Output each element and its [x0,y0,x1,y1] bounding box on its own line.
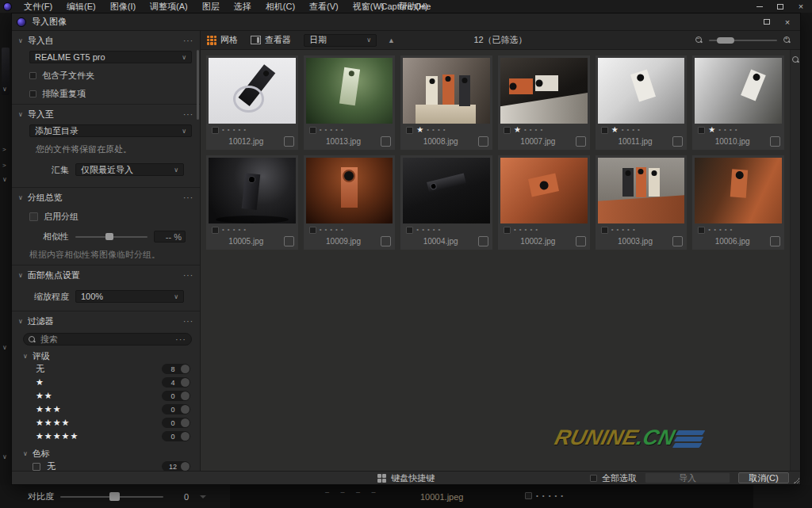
thumbnail-rating-row[interactable]: ★•••• [695,126,782,136]
rating-count-badge[interactable]: 4 [162,377,190,388]
rating-dot[interactable]: • [514,227,516,233]
color-tag-count-badge[interactable]: 12 [162,461,190,471]
rating-filter-row[interactable]: ★4 [12,376,200,389]
rating-dot[interactable]: • [438,127,440,133]
rating-filter-row[interactable]: ★★★★0 [12,416,200,430]
star-icon[interactable]: ★ [708,126,715,134]
rating-dot[interactable]: • [535,127,538,133]
keyboard-shortcuts-button[interactable]: 键盘快捷键 [377,472,435,484]
maximize-button[interactable] [776,2,785,11]
thumbnail-photo[interactable] [403,58,490,124]
thumbnail-select-checkbox[interactable] [381,236,391,246]
rating-dot[interactable]: • [627,227,630,233]
rating-dot[interactable]: • [427,227,430,233]
menu-item-0[interactable]: 文件(F) [17,0,59,13]
rating-dot[interactable]: • [632,127,634,133]
chevron-down-icon[interactable]: ∨ [2,176,7,183]
thumbnail-cell[interactable]: •••••10012.jpg [206,55,298,150]
viewer-icon[interactable] [251,36,261,44]
thumbnail-cell[interactable]: ★••••10007.jpg [498,55,590,150]
menu-item-5[interactable]: 选择 [227,0,259,13]
star-icon[interactable]: ★ [416,126,423,134]
thumbnail-select-checkbox[interactable] [478,236,488,246]
rating-dot[interactable]: • [530,127,532,133]
menu-item-1[interactable]: 编辑(E) [59,0,103,13]
thumbnail-select-checkbox[interactable] [284,136,294,147]
select-all-option[interactable]: 全部选取 [590,472,637,484]
rating-dot[interactable]: • [724,127,726,133]
chevron-right-icon[interactable]: > [2,162,6,169]
thumbnail-cell[interactable]: •••••10009.jpg [304,155,396,250]
thumbnail-flag-checkbox[interactable] [504,127,511,134]
rating-dot[interactable]: • [714,227,716,233]
section-face-focus[interactable]: ∨面部焦点设置 ··· [12,268,200,282]
thumbnail-flag-checkbox[interactable] [698,127,705,134]
rating-dot[interactable]: • [439,227,441,233]
rating-dot[interactable]: • [540,127,542,133]
thumbnail-rating-row[interactable]: ••••• [306,226,393,235]
thumbnail-photo[interactable] [209,58,296,124]
include-subfolders-checkbox[interactable] [29,72,36,79]
ratings-subsection[interactable]: ∨评级 [12,350,200,362]
rating-dot[interactable]: • [626,127,629,133]
thumbnail-photo[interactable] [306,58,393,124]
thumbnail-rating-row[interactable]: ★•••• [598,126,685,136]
more-options-icon[interactable]: ··· [183,36,193,45]
rating-dot[interactable]: • [243,227,246,233]
color-tags-subsection[interactable]: ∨色标 [12,448,200,460]
thumbnail-flag-checkbox[interactable] [212,127,219,134]
thumbnail-photo[interactable] [598,58,685,124]
minimize-button[interactable] [755,2,764,11]
rating-dot[interactable]: • [735,127,737,133]
color-tag-filter-row[interactable]: 无12 [12,460,200,471]
rating-dot[interactable]: • [324,127,327,133]
thumbnail-photo[interactable] [695,158,782,223]
thumbnail-photo[interactable] [403,158,490,223]
chevron-down-icon[interactable] [200,495,206,498]
rating-dot[interactable]: • [416,227,419,233]
thumbnail-flag-checkbox[interactable] [309,127,316,134]
thumbnail-flag-checkbox[interactable] [309,227,316,234]
rating-dot[interactable]: • [222,227,224,233]
thumbnail-rating-row[interactable]: ••••• [306,126,393,136]
thumbnail-select-checkbox[interactable] [770,136,780,147]
menu-item-7[interactable]: 查看(V) [302,0,346,13]
rating-dot[interactable]: • [432,127,435,133]
rating-dot[interactable]: • [535,227,538,233]
rating-count-badge[interactable]: 8 [162,364,190,374]
zoom-in-icon[interactable]: + [783,36,791,44]
rating-dot[interactable]: • [622,127,624,133]
rating-dot[interactable]: • [422,227,424,233]
chevron-down-icon[interactable]: ∨ [2,344,7,351]
rating-dot[interactable]: • [233,227,236,233]
more-options-icon[interactable]: ··· [183,317,193,326]
rating-dot[interactable]: • [222,127,224,133]
rating-dot[interactable]: • [718,127,721,133]
thumbnail-cell[interactable]: •••••10004.jpg [400,155,492,250]
section-filters[interactable]: ∨过滤器 ··· [12,314,200,328]
rating-dot[interactable]: • [341,127,343,133]
more-options-icon[interactable]: ··· [183,271,193,280]
thumbnail-select-checkbox[interactable] [284,236,294,246]
thumbnail-flag-checkbox[interactable] [504,227,511,234]
chevron-down-icon[interactable]: ∨ [2,86,7,93]
exclude-duplicates-option[interactable]: 排除重复项 [29,88,192,100]
cancel-button[interactable]: 取消(C) [738,472,789,483]
thumbnail-cell[interactable]: •••••10013.jpg [304,55,396,150]
dialog-maximize-button[interactable] [762,17,772,27]
star-icon[interactable]: ★ [611,126,619,134]
rating-count-badge[interactable]: 0 [162,418,190,428]
thumbnail-flag-checkbox[interactable] [212,227,219,234]
rating-filter-row[interactable]: ★★★0 [12,403,200,416]
thumbnail-flag-checkbox[interactable] [698,227,705,234]
close-button[interactable]: × [796,2,806,11]
rating-dot[interactable]: • [330,227,332,233]
rating-dot[interactable]: • [525,227,527,233]
similarity-slider[interactable] [75,236,147,238]
rating-dot[interactable]: • [320,227,322,233]
grid-view-icon[interactable] [207,36,216,45]
filmstrip-checkbox[interactable] [525,492,532,499]
rating-dot[interactable]: • [633,227,635,233]
thumbnail-rating-row[interactable]: ••••• [209,226,296,235]
section-import-from[interactable]: ∨导入自 ··· [12,33,200,48]
